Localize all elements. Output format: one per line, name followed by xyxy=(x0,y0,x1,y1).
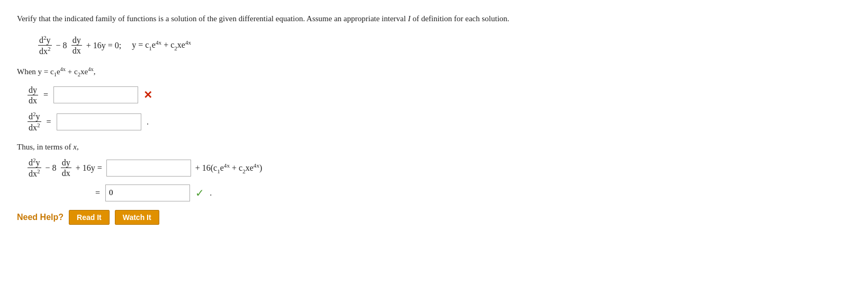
dy-dx-input[interactable] xyxy=(53,86,138,103)
need-help-label: Need Help? xyxy=(17,213,64,222)
fraction-dy-dx: dy dx xyxy=(71,35,82,56)
combined-d2y-dx2: d2y dx2 xyxy=(28,157,41,179)
dot-mark-2: . xyxy=(210,187,212,198)
fraction-d2y-dx2: d2y dx2 xyxy=(38,34,52,57)
d2y-dx2-input[interactable] xyxy=(57,113,141,130)
dy-dx-fraction: dy dx xyxy=(28,85,38,105)
minus-sign: − 8 xyxy=(56,41,67,50)
combined-dy-dx: dy dx xyxy=(61,157,71,178)
equals-sign-1: = xyxy=(43,90,48,100)
need-help-section: Need Help? Read It Watch It xyxy=(17,210,851,225)
problem-container: Verify that the indicated family of func… xyxy=(17,13,851,225)
combined-input[interactable] xyxy=(106,160,191,177)
when-line: When y = c1e4x + c2xe4x, xyxy=(17,66,851,77)
dot-mark-1: . xyxy=(147,116,149,127)
d2y-dx2-row: d2y dx2 = . xyxy=(28,111,851,133)
combined-plus-16y: + 16y = xyxy=(76,163,102,173)
equals-sign-2: = xyxy=(47,117,51,127)
check-mark: ✓ xyxy=(195,187,204,199)
final-equals-row: = ✓ . xyxy=(95,184,851,201)
final-equals-sign: = xyxy=(95,188,100,198)
x-mark-1: ✕ xyxy=(143,89,152,101)
thus-text: Thus, in terms of x, xyxy=(17,143,851,152)
instruction-text: Verify that the indicated family of func… xyxy=(17,13,851,25)
dy-dx-row: dy dx = ✕ xyxy=(28,85,851,105)
d2y-dx2-fraction: d2y dx2 xyxy=(28,111,41,133)
combined-suffix: + 16(c1e4x + c2xe4x) xyxy=(195,162,263,174)
combined-minus-8: − 8 xyxy=(46,163,57,173)
plus-16y: + 16y = 0; xyxy=(86,41,128,50)
watch-it-button[interactable]: Watch It xyxy=(115,210,159,225)
main-equation: d2y dx2 − 8 dy dx + 16y = 0; y = c1e4x +… xyxy=(38,34,851,57)
interval-label: I xyxy=(408,14,411,23)
final-answer-input[interactable] xyxy=(105,184,190,201)
read-it-button[interactable]: Read It xyxy=(69,210,110,225)
combined-equation-row: d2y dx2 − 8 dy dx + 16y = + 16(c1e4x + c… xyxy=(28,157,851,179)
solution-y: y = c1e4x + c2xe4x xyxy=(132,39,191,51)
